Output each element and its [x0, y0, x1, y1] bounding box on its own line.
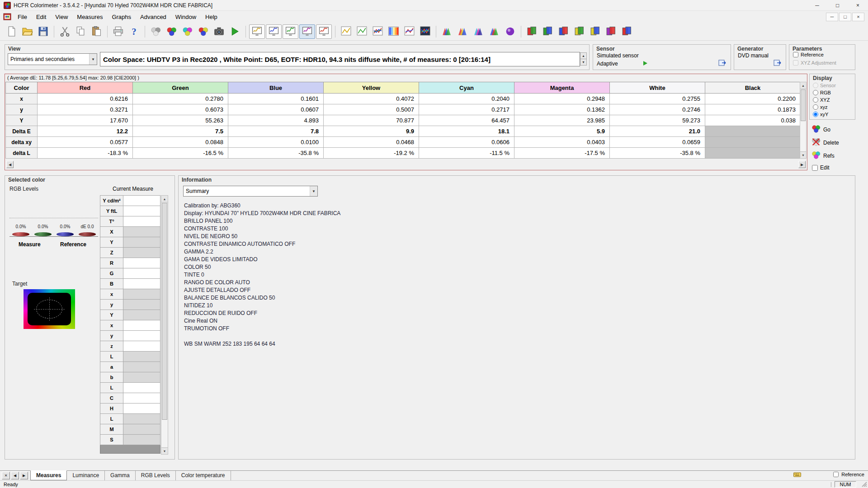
tab-gamma[interactable]: Gamma: [105, 471, 136, 480]
measure-cell[interactable]: -18.3 %: [38, 148, 133, 159]
color-tool-button-1[interactable]: [524, 24, 540, 39]
measure-cell[interactable]: 64.457: [419, 115, 514, 126]
current-measure-value-cell[interactable]: [123, 258, 160, 268]
current-measure-value-cell[interactable]: [123, 278, 160, 289]
measure-cell[interactable]: -17.5 %: [514, 148, 610, 159]
view-grayscale-button[interactable]: [266, 24, 282, 39]
sensor-settings-icon[interactable]: [718, 58, 727, 67]
current-measure-value-cell[interactable]: [123, 382, 160, 393]
current-measure-scrollbar[interactable]: ▲ ▼: [161, 195, 168, 455]
measure-cell[interactable]: 0.2040: [419, 94, 514, 104]
sensor-play-icon[interactable]: [642, 60, 648, 66]
measure-cell[interactable]: 0.2200: [705, 94, 801, 104]
measure-cell[interactable]: -35.8 %: [228, 148, 324, 159]
measure-cell[interactable]: 0.2755: [610, 94, 705, 104]
current-measure-value-cell[interactable]: [123, 206, 160, 216]
scroll-left-icon[interactable]: ◀: [6, 161, 14, 168]
refs-button[interactable]: Refs: [810, 149, 855, 162]
color-tool-button-7[interactable]: [619, 24, 635, 39]
measure-all-colors-button[interactable]: [195, 24, 211, 39]
current-measure-value-cell[interactable]: [123, 268, 160, 279]
resize-grip[interactable]: [861, 481, 868, 488]
spin-down-icon[interactable]: ▼: [580, 59, 587, 66]
menu-item-file[interactable]: File: [13, 12, 32, 22]
measure-cell[interactable]: 0.0100: [228, 137, 324, 148]
scroll-up-icon[interactable]: ▲: [800, 82, 806, 89]
current-measure-value-cell[interactable]: [123, 341, 160, 352]
current-measure-value-cell[interactable]: [123, 216, 160, 227]
scroll-up-icon[interactable]: ▲: [161, 196, 168, 202]
measure-cell[interactable]: 0.4072: [324, 94, 419, 104]
measure-cell[interactable]: -16.5 %: [133, 148, 228, 159]
gamut-3d-button-2[interactable]: [455, 24, 471, 39]
scroll-down-icon[interactable]: ▼: [161, 447, 168, 454]
measure-cell[interactable]: 23.985: [514, 115, 610, 126]
tab-color-temperature[interactable]: Color temperature: [176, 471, 231, 480]
measure-cell[interactable]: 17.670: [38, 115, 133, 126]
measure-cell[interactable]: 0.5007: [324, 104, 419, 115]
measure-cell[interactable]: 9.9: [324, 126, 419, 137]
menu-item-window[interactable]: Window: [171, 12, 201, 22]
display-option-xyy-radio[interactable]: [813, 112, 818, 117]
current-measure-value-cell[interactable]: [123, 195, 160, 206]
measure-cell[interactable]: 55.263: [133, 115, 228, 126]
edit-checkbox-row[interactable]: Edit: [810, 162, 855, 173]
print-button[interactable]: [110, 24, 126, 39]
start-measures-button[interactable]: [227, 24, 243, 39]
measure-cell[interactable]: -19.2 %: [324, 148, 419, 159]
measure-secondaries-button[interactable]: [179, 24, 195, 39]
current-measure-value-cell[interactable]: [123, 320, 160, 331]
color-temperature-graph-button[interactable]: [386, 24, 401, 39]
measure-cell[interactable]: 0.2948: [514, 94, 610, 104]
mdi-child-icon[interactable]: [3, 13, 11, 20]
copy-button[interactable]: [73, 24, 89, 39]
measures-histogram-button[interactable]: [417, 24, 433, 39]
measure-cell[interactable]: 0.0607: [228, 104, 324, 115]
current-measure-value-cell[interactable]: [123, 393, 160, 404]
delete-button[interactable]: Delete: [810, 136, 855, 149]
paste-button[interactable]: [89, 24, 104, 39]
open-file-button[interactable]: [19, 24, 35, 39]
measure-cell[interactable]: 0.0848: [133, 137, 228, 148]
tab-scroll-right-icon[interactable]: ▶: [20, 472, 28, 479]
menu-item-view[interactable]: View: [51, 12, 72, 22]
bottom-reference-row[interactable]: Reference: [833, 472, 864, 477]
measure-cell[interactable]: 0.3271: [38, 104, 133, 115]
measure-cell[interactable]: 4.893: [228, 115, 324, 126]
view-secondaries-button[interactable]: [299, 24, 315, 39]
current-measure-value-cell[interactable]: [123, 413, 160, 424]
current-measure-value-cell[interactable]: [123, 361, 160, 372]
mdi-minimize-button[interactable]: ─: [826, 13, 838, 21]
view-free-measures-button[interactable]: [249, 24, 265, 39]
menu-item-help[interactable]: Help: [201, 12, 222, 22]
tab-luminance[interactable]: Luminance: [67, 471, 105, 480]
menu-item-advanced[interactable]: Advanced: [136, 12, 171, 22]
scroll-right-icon[interactable]: ▶: [798, 161, 806, 168]
measure-cell[interactable]: 0.0403: [514, 137, 610, 148]
measure-cell[interactable]: 0.2780: [133, 94, 228, 104]
display-option-xyz-radio[interactable]: [813, 104, 818, 110]
rgb-levels-graph-button[interactable]: [370, 24, 386, 39]
luminance-graph-button[interactable]: [338, 24, 354, 39]
measures-vertical-scrollbar[interactable]: ▲ ▼: [800, 82, 807, 159]
bottom-reference-checkbox[interactable]: [833, 472, 839, 477]
measure-cell[interactable]: -11.5 %: [419, 148, 514, 159]
go-button[interactable]: Go: [810, 123, 855, 136]
capture-button[interactable]: [211, 24, 227, 39]
current-measure-value-cell[interactable]: [123, 434, 160, 445]
current-measure-value-cell[interactable]: [123, 330, 160, 341]
save-file-button[interactable]: [35, 24, 51, 39]
menu-item-measures[interactable]: Measures: [72, 12, 107, 22]
measure-cell[interactable]: 0.6073: [133, 104, 228, 115]
tab-scroll-left-icon[interactable]: ◀: [11, 472, 19, 479]
view-contrast-button[interactable]: [316, 24, 332, 39]
display-option-rgb[interactable]: RGB: [810, 89, 855, 96]
current-measure-value-cell[interactable]: [123, 289, 160, 300]
mdi-restore-button[interactable]: □: [839, 13, 851, 21]
measure-cell[interactable]: 0.0659: [610, 137, 705, 148]
measure-cell[interactable]: 18.1: [419, 126, 514, 137]
measure-cell[interactable]: 0.1601: [228, 94, 324, 104]
measure-cell[interactable]: -35.8 %: [610, 148, 705, 159]
measure-cell[interactable]: 0.038: [705, 115, 801, 126]
display-option-xyy[interactable]: xyY: [810, 111, 855, 118]
